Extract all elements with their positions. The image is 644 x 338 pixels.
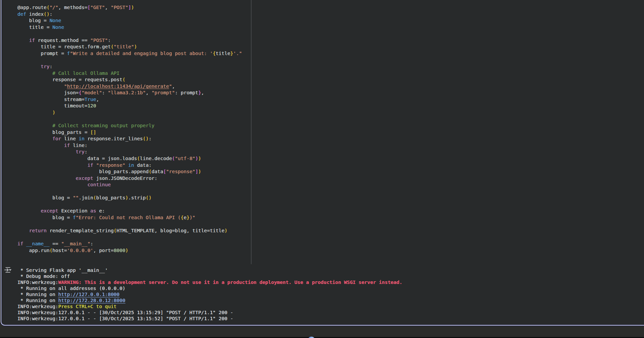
code-line-20: blog_parts = [] [17,129,242,136]
code-line-21: for line in response.iter_lines(): [17,136,242,142]
output-line-3: INFO:werkzeug:WARNING: This is a develop… [17,279,402,285]
code-line-3: blog = None [17,17,242,24]
output-line-8: INFO:werkzeug:127.0.0.1 - - [30/Oct/2025… [17,309,402,316]
code-line-22: if line: [17,142,242,149]
code-line-17: ) [17,109,242,116]
code-line-33: blog = f"Error: Could not reach Ollama A… [17,214,242,221]
code-line-5 [17,31,242,37]
code-line-13: "http://localhost:11434/api/generate", [17,83,242,90]
output-line-6: * Running on http://172.28.0.12:8000 [17,297,402,303]
code-line-11: # Call local Ollama API [17,70,242,77]
output-line-5: * Running on http://127.0.0.1:8000 [17,291,402,297]
code-line-29 [17,188,242,195]
stream-output-icon-svg [4,267,12,274]
code-line-1: @app.route("/", methods=["GET", "POST"]) [17,4,242,11]
output-line-2: * Debug mode: off [17,273,402,279]
code-line-24: data = json.loads(line.decode("utf-8")) [17,155,242,162]
code-line-9 [17,57,242,64]
code-line-28: continue [17,182,242,188]
cell-output-log: * Serving Flask app '__main__' * Debug m… [17,267,402,322]
output-line-9: INFO:werkzeug:127.0.0.1 - - [30/Oct/2025… [17,316,402,322]
running-url-link[interactable]: http://127.0.0.1:8000 [58,292,120,297]
code-line-12: response = requests.post( [17,77,242,83]
code-line-15: stream=True, [17,96,242,103]
code-line-2: def index(): [17,11,242,18]
code-line-26: blog_parts.append(data["response"]) [17,168,242,175]
output-line-4: * Running on all addresses (0.0.0.0) [17,285,402,291]
code-line-23: try: [17,149,242,155]
code-line-16: timeout=120 [17,103,242,109]
code-line-10: try: [17,63,242,70]
column-80-ruler [251,0,252,264]
output-line-1: * Serving Flask app '__main__' [17,267,402,273]
window-left-edge [0,0,1,324]
code-line-37: if __name__ == "__main__": [17,241,242,247]
output-stream-icon[interactable] [4,267,12,274]
code-line-4: title = None [17,24,242,31]
notebook-viewport: @app.route("/", methods=["GET", "POST"])… [0,0,644,338]
code-line-36 [17,234,242,241]
code-line-18 [17,116,242,123]
code-line-19: # Collect streaming output properly [17,123,242,129]
code-line-30: blog = "".join(blog_parts).strip() [17,195,242,201]
code-line-35: return render_template_string(HTML_TEMPL… [17,228,242,234]
code-editor[interactable]: @app.route("/", methods=["GET", "POST"])… [17,4,242,254]
code-line-6: if request.method == "POST": [17,37,242,44]
code-line-8: prompt = f"Write a detailed and engaging… [17,50,242,57]
code-line-38: app.run(host='0.0.0.0', port=8000) [17,247,242,254]
output-line-7: INFO:werkzeug:Press CTRL+C to quit [17,303,402,309]
code-line-31 [17,201,242,208]
code-line-34 [17,221,242,228]
code-line-7: title = request.form.get("title") [17,44,242,50]
code-line-14: json={"model": "llama3.2:1b", "prompt": … [17,90,242,96]
code-line-32: except Exception as e: [17,208,242,214]
running-url-link[interactable]: http://172.28.0.12:8000 [58,298,125,303]
code-line-27: except json.JSONDecodeError: [17,175,242,182]
code-line-25: if "response" in data: [17,162,242,169]
